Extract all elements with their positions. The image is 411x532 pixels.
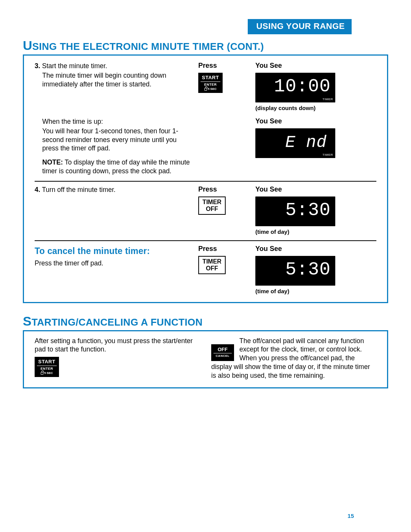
display-countdown: 10:00 TIMER — [255, 73, 335, 102]
display-value: 10:00 — [274, 76, 331, 97]
pad-line-start: START — [201, 75, 220, 82]
pad2-line-5sec: 5 SEC — [37, 371, 57, 375]
whenup-lead: When the time is up: — [42, 117, 191, 126]
display-530: 5:30 — [285, 200, 331, 220]
note-text: To display the time of day while the min… — [42, 158, 190, 175]
cancel-instructions: To cancel the minute timer: Press the ti… — [35, 245, 191, 268]
note-label: NOTE: — [42, 158, 63, 166]
press-heading-2: Press — [198, 185, 248, 193]
step-3-body: The minute timer will begin counting dow… — [42, 71, 191, 89]
timer-pad-l1: TIMER — [201, 199, 223, 206]
whenup-body: You will hear four 1-second tones, then … — [42, 127, 191, 153]
step-3-see-col: You See 10:00 TIMER (display counts down… — [255, 62, 376, 111]
section-title-1: USING THE ELECTRONIC MINUTE TIMER (CONT.… — [23, 38, 388, 53]
display-timeofday-2: 5:30 — [255, 256, 335, 286]
pad-line-enter: ENTER — [201, 83, 220, 86]
pad-line-5sec: 5 SEC — [201, 87, 220, 91]
yousee-heading-3: You See — [255, 185, 376, 193]
two-column: After setting a function, you must press… — [35, 337, 376, 380]
title2-rest: TARTING/CANCELING A FUNCTION — [32, 316, 202, 328]
header: USING YOUR RANGE — [23, 19, 388, 33]
pad2-line-enter: ENTER — [37, 367, 57, 371]
step-4-press-col: Press TIMER OFF — [198, 185, 248, 215]
lock-icon — [204, 88, 207, 91]
timer-pad2-l2: OFF — [201, 265, 223, 272]
cancel-row: To cancel the minute timer: Press the ti… — [35, 244, 376, 294]
whenup-note: NOTE: To display the time of day while t… — [42, 158, 191, 176]
cancel-press-col: Press TIMER OFF — [198, 245, 248, 275]
timer-pad2-l1: TIMER — [201, 258, 223, 265]
divider-2 — [35, 240, 376, 241]
display-530-2-caption: (time of day) — [255, 288, 376, 294]
divider-1 — [35, 181, 376, 182]
whenup-see-col: You See E nd TIMER — [255, 117, 376, 158]
yousee-heading: You See — [255, 62, 376, 70]
yousee-heading-2: You See — [255, 117, 376, 125]
step-3-instructions: 3. Start the minute timer. The minute ti… — [35, 62, 191, 88]
step-4-row: 4. Turn off the minute timer. Press TIME… — [35, 185, 376, 235]
left-text: After setting a function, you must press… — [35, 337, 193, 353]
press-heading: Press — [198, 62, 248, 70]
whenup-row: When the time is up: You will hear four … — [35, 117, 376, 176]
step-3-lead: Start the minute timer. — [42, 62, 107, 70]
step-4-num: 4. — [35, 186, 40, 193]
start-enter-pad-2[interactable]: START ENTER 5 SEC — [35, 357, 59, 377]
pad2-line-start: START — [37, 359, 57, 366]
timer-off-pad[interactable]: TIMER OFF — [198, 197, 226, 215]
step-3-row: 3. Start the minute timer. The minute ti… — [35, 61, 376, 111]
cancel-body: Press the timer off pad. — [35, 259, 191, 268]
right-text: The off/cancel pad will cancel any funct… — [211, 337, 370, 379]
step-4-lead: Turn off the minute timer. — [42, 186, 116, 193]
lock-icon-2 — [41, 372, 43, 375]
offcancel-l1: OFF — [213, 347, 232, 354]
panel-2: After setting a function, you must press… — [23, 330, 388, 389]
display-530-2: 5:30 — [285, 259, 331, 280]
timer-off-pad-2[interactable]: TIMER OFF — [198, 256, 226, 275]
whenup-instructions: When the time is up: You will hear four … — [35, 117, 191, 176]
display-end-tag: TIMER — [323, 153, 333, 157]
display-end: E nd TIMER — [255, 128, 335, 158]
cancel-see-col: You See 5:30 (time of day) — [255, 245, 376, 294]
display-caption: (display counts down) — [255, 105, 376, 111]
press-heading-3: Press — [198, 245, 248, 253]
left-col: After setting a function, you must press… — [35, 337, 200, 380]
display-end-value: E nd — [285, 133, 327, 152]
pad2-5sec-text: 5 SEC — [44, 371, 53, 375]
off-cancel-pad[interactable]: OFF CANCEL — [211, 344, 234, 361]
yousee-heading-4: You See — [255, 245, 376, 253]
page-number: 15 — [347, 513, 354, 519]
right-col: OFF CANCEL The off/cancel pad will cance… — [211, 337, 376, 380]
cancel-heading: To cancel the minute timer: — [35, 246, 191, 257]
step-4-instructions: 4. Turn off the minute timer. — [35, 185, 191, 194]
step-3-num: 3. — [35, 62, 40, 70]
title2-drop-cap: S — [23, 314, 32, 328]
start-enter-pad[interactable]: START ENTER 5 SEC — [198, 73, 223, 93]
title-rest: SING THE ELECTRONIC MINUTE TIMER (CONT.) — [32, 41, 264, 52]
step-3-press-col: Press START ENTER 5 SEC — [198, 62, 248, 93]
timer-pad-l2: OFF — [201, 206, 223, 212]
offcancel-l2: CANCEL — [213, 354, 232, 358]
step-4-see-col: You See 5:30 (time of day) — [255, 185, 376, 235]
display-timeofday: 5:30 — [255, 197, 335, 226]
title-drop-cap: U — [23, 38, 32, 53]
section-title-2: STARTING/CANCELING A FUNCTION — [23, 314, 388, 329]
display-tag: TIMER — [323, 97, 333, 101]
display-530-caption: (time of day) — [255, 228, 376, 235]
panel-1: 3. Start the minute timer. The minute ti… — [23, 54, 388, 303]
pad-5sec-text: 5 SEC — [208, 87, 217, 91]
section-tab: USING YOUR RANGE — [248, 19, 352, 34]
page: USING YOUR RANGE USING THE ELECTRONIC MI… — [0, 0, 411, 532]
